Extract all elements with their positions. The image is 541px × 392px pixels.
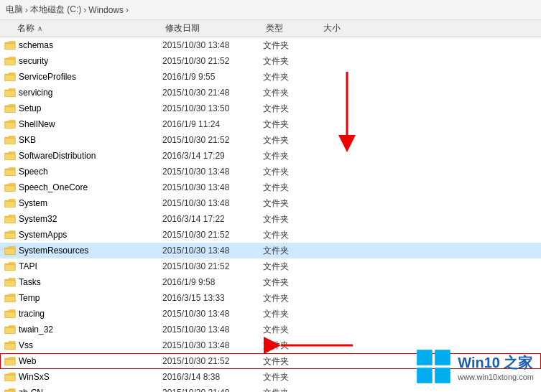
table-row[interactable]: TAPI 2015/10/30 21:52 文件夹	[0, 258, 541, 274]
cell-name: zh-CN	[19, 388, 162, 392]
breadcrumb-drive[interactable]: 本地磁盘 (C:)	[30, 4, 81, 16]
cell-type: 文件夹	[263, 292, 320, 304]
cell-name: Speech_OneCore	[19, 182, 162, 192]
table-row[interactable]: Speech_OneCore 2015/10/30 13:48 文件夹	[0, 179, 541, 195]
table-row[interactable]: System32 2016/3/14 17:22 文件夹	[0, 211, 541, 227]
cell-date: 2015/10/30 21:48	[162, 388, 263, 392]
table-row[interactable]: servicing 2015/10/30 21:48 文件夹	[0, 85, 541, 101]
cell-type: 文件夹	[263, 229, 320, 241]
cell-date: 2015/10/30 21:52	[162, 261, 263, 271]
cell-type: 文件夹	[263, 197, 320, 210]
folder-icon	[4, 340, 16, 351]
table-row[interactable]: ServiceProfiles 2016/1/9 9:55 文件夹	[0, 69, 541, 85]
file-list: schemas 2015/10/30 13:48 文件夹 security 20…	[0, 37, 541, 392]
cell-name: Vss	[19, 340, 162, 350]
cell-name: Speech	[19, 167, 162, 177]
table-row[interactable]: zh-CN 2015/10/30 21:48 文件夹	[0, 385, 541, 392]
cell-name: ShellNew	[19, 119, 162, 129]
cell-type: 文件夹	[263, 166, 320, 178]
folder-icon	[4, 182, 16, 193]
breadcrumb-sep-2: ›	[83, 5, 86, 15]
breadcrumb-bar: 电脑 › 本地磁盘 (C:) › Windows ›	[0, 0, 541, 20]
cell-date: 2015/10/30 13:48	[162, 309, 263, 319]
cell-name: tracing	[19, 309, 162, 319]
cell-name: System	[19, 198, 162, 208]
cell-type: 文件夹	[263, 134, 320, 146]
svg-rect-5	[435, 350, 450, 365]
folder-icon	[4, 324, 16, 335]
cell-type: 文件夹	[263, 71, 320, 83]
table-row[interactable]: System 2015/10/30 13:48 文件夹	[0, 195, 541, 211]
cell-date: 2015/10/30 21:52	[162, 135, 263, 145]
cell-type: 文件夹	[263, 150, 320, 162]
folder-icon	[4, 71, 16, 83]
red-arrow-down-annotation	[336, 72, 358, 158]
table-row[interactable]: SystemApps 2015/10/30 21:52 文件夹	[0, 227, 541, 243]
folder-icon	[4, 245, 16, 256]
table-row[interactable]: SystemResources 2015/10/30 13:48 文件夹	[0, 243, 541, 258]
cell-date: 2015/10/30 21:52	[162, 356, 263, 366]
col-header-size[interactable]: 大小	[323, 22, 366, 34]
cell-type: 文件夹	[263, 118, 320, 131]
cell-name: twain_32	[19, 325, 162, 335]
folder-icon	[4, 55, 16, 67]
table-row[interactable]: schemas 2015/10/30 13:48 文件夹	[0, 37, 541, 53]
cell-type: 文件夹	[263, 182, 320, 194]
cell-date: 2016/1/9 11:24	[162, 119, 263, 129]
col-header-date[interactable]: 修改日期	[165, 22, 266, 34]
cell-name: SoftwareDistribution	[19, 151, 162, 161]
folder-icon	[4, 276, 16, 288]
folder-icon	[4, 261, 16, 272]
table-row[interactable]: Setup 2015/10/30 13:50 文件夹	[0, 101, 541, 116]
table-row[interactable]: Speech 2015/10/30 13:48 文件夹	[0, 164, 541, 179]
svg-rect-6	[417, 368, 433, 383]
watermark-title: Win10 之家	[458, 353, 534, 373]
folder-icon	[4, 308, 16, 319]
folder-icon	[4, 118, 16, 130]
watermark-text: Win10 之家 www.win10xtong.com	[458, 353, 534, 381]
cell-date: 2016/1/9 9:58	[162, 277, 263, 287]
cell-type: 文件夹	[263, 371, 320, 383]
cell-type: 文件夹	[263, 245, 320, 257]
cell-date: 2015/10/30 21:52	[162, 56, 263, 66]
cell-date: 2015/10/30 21:48	[162, 88, 263, 98]
table-row[interactable]: Tasks 2016/1/9 9:58 文件夹	[0, 274, 541, 290]
table-row[interactable]: SKB 2015/10/30 21:52 文件夹	[0, 132, 541, 148]
cell-type: 文件夹	[263, 103, 320, 115]
table-row[interactable]: security 2015/10/30 21:52 文件夹	[0, 53, 541, 69]
cell-date: 2015/10/30 13:48	[162, 325, 263, 335]
cell-type: 文件夹	[263, 324, 320, 336]
folder-icon	[4, 87, 16, 98]
breadcrumb-sep-1: ›	[25, 5, 28, 15]
cell-name: SystemResources	[19, 246, 162, 256]
cell-name: ServiceProfiles	[19, 72, 162, 82]
cell-name: SKB	[19, 135, 162, 145]
svg-rect-4	[417, 350, 433, 365]
table-row[interactable]: SoftwareDistribution 2016/3/14 17:29 文件夹	[0, 148, 541, 164]
cell-type: 文件夹	[263, 308, 320, 320]
col-header-name[interactable]: 名称 ∧	[0, 22, 165, 34]
cell-type: 文件夹	[263, 87, 320, 99]
folder-icon	[4, 134, 16, 146]
table-row[interactable]: tracing 2015/10/30 13:48 文件夹	[0, 306, 541, 322]
cell-date: 2016/3/15 13:33	[162, 293, 263, 303]
cell-date: 2015/10/30 13:48	[162, 198, 263, 208]
cell-name: SystemApps	[19, 230, 162, 240]
cell-date: 2015/10/30 21:52	[162, 230, 263, 240]
watermark: Win10 之家 www.win10xtong.com	[416, 349, 534, 385]
table-row[interactable]: Temp 2016/3/15 13:33 文件夹	[0, 290, 541, 306]
breadcrumb-windows[interactable]: Windows	[88, 5, 124, 15]
folder-icon	[4, 371, 16, 383]
breadcrumb-computer[interactable]: 电脑	[6, 4, 23, 16]
cell-name: security	[19, 56, 162, 66]
cell-name: Temp	[19, 293, 162, 303]
table-row[interactable]: ShellNew 2016/1/9 11:24 文件夹	[0, 116, 541, 132]
table-row[interactable]: twain_32 2015/10/30 13:48 文件夹	[0, 322, 541, 337]
column-headers: 名称 ∧ 修改日期 类型 大小	[0, 20, 541, 37]
folder-icon	[4, 39, 16, 51]
cell-type: 文件夹	[263, 213, 320, 225]
col-header-type[interactable]: 类型	[266, 22, 323, 34]
folder-icon	[4, 229, 16, 241]
cell-date: 2015/10/30 13:48	[162, 40, 263, 50]
watermark-url: www.win10xtong.com	[458, 373, 534, 381]
